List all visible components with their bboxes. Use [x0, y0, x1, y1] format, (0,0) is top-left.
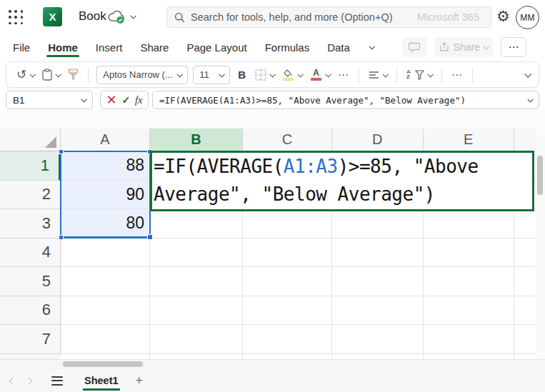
- cell-C7[interactable]: [243, 325, 332, 354]
- toolbar-overflow-button[interactable]: ⋯: [450, 67, 464, 83]
- ribbon-collapse-chevron-icon[interactable]: [524, 71, 531, 78]
- column-header-C[interactable]: C: [243, 129, 332, 151]
- column-header-B[interactable]: B: [150, 129, 243, 151]
- name-box[interactable]: B1: [6, 91, 93, 109]
- column-header-E[interactable]: E: [424, 129, 515, 151]
- cell-A2[interactable]: 90: [61, 181, 150, 210]
- cell-E4[interactable]: [424, 238, 515, 268]
- undo-chevron-icon[interactable]: [30, 71, 36, 77]
- cell-F7[interactable]: [514, 325, 536, 354]
- format-painter-button[interactable]: [66, 67, 80, 82]
- cell-edit-overlay[interactable]: =IF(AVERAGE(A1:A3)>=85, "Above Average",…: [150, 151, 534, 211]
- cell-partial[interactable]: [61, 354, 150, 360]
- row-header-6[interactable]: 6: [0, 296, 61, 326]
- cell-partial[interactable]: [514, 354, 536, 360]
- borders-chevron-icon[interactable]: [270, 71, 276, 77]
- settings-gear-icon[interactable]: ⚙: [496, 8, 510, 25]
- column-header-A[interactable]: A: [61, 129, 150, 151]
- cell-F6[interactable]: [514, 296, 536, 326]
- font-size-select[interactable]: 11: [193, 66, 230, 84]
- row-header-4[interactable]: 4: [0, 238, 61, 268]
- font-color-chevron-icon[interactable]: [326, 71, 331, 77]
- cell-D4[interactable]: [332, 238, 424, 268]
- cell-partial[interactable]: [332, 354, 424, 360]
- cell-F3[interactable]: [514, 209, 536, 238]
- alignment-chevron-icon[interactable]: [383, 71, 389, 77]
- sheet-tab-sheet1[interactable]: Sheet1: [83, 369, 120, 392]
- formula-bar-input[interactable]: =IF(AVERAGE(A1:A3)>=85, "Above Average",…: [152, 91, 539, 109]
- cell-A7[interactable]: [61, 325, 150, 354]
- app-launcher-icon[interactable]: [9, 10, 24, 25]
- search-bar[interactable]: Microsoft 365: [166, 6, 491, 28]
- document-title[interactable]: Book: [79, 9, 106, 24]
- cell-partial[interactable]: [150, 354, 243, 360]
- cell-B3[interactable]: [150, 209, 243, 238]
- cell-E6[interactable]: [424, 296, 515, 326]
- column-header-D[interactable]: D: [332, 129, 424, 151]
- more-tabs-chevron-icon[interactable]: [369, 44, 374, 49]
- row-header-3[interactable]: 3: [0, 209, 61, 238]
- tab-file[interactable]: File: [13, 34, 30, 60]
- cell-E3[interactable]: [424, 209, 515, 238]
- cell-E5[interactable]: [424, 267, 515, 296]
- cell-partial[interactable]: [243, 354, 332, 360]
- cell-A4[interactable]: [61, 238, 150, 268]
- excel-logo-icon[interactable]: X: [43, 7, 62, 26]
- tab-insert[interactable]: Insert: [96, 34, 123, 60]
- cell-D6[interactable]: [332, 296, 424, 326]
- cell-D3[interactable]: [332, 209, 424, 238]
- font-color-button[interactable]: A: [309, 67, 331, 82]
- share-button[interactable]: Share: [434, 37, 494, 57]
- cell-A5[interactable]: [61, 267, 150, 296]
- font-name-select[interactable]: Aptos Narrow (...: [96, 66, 188, 84]
- row-header-2[interactable]: 2: [0, 181, 61, 210]
- cell-A1[interactable]: 88: [61, 151, 150, 181]
- cell-D5[interactable]: [332, 267, 424, 296]
- fill-color-button[interactable]: [281, 67, 304, 82]
- cell-partial[interactable]: [424, 354, 515, 360]
- column-header-F[interactable]: [514, 129, 536, 151]
- search-input[interactable]: [191, 11, 426, 23]
- sort-filter-button[interactable]: AZ: [405, 69, 434, 81]
- cell-C6[interactable]: [243, 296, 332, 326]
- all-sheets-menu-icon[interactable]: [51, 376, 63, 386]
- next-sheet-chevron-icon[interactable]: [26, 377, 33, 384]
- previous-sheet-chevron-icon[interactable]: [9, 377, 16, 384]
- cell-B7[interactable]: [150, 325, 243, 354]
- formula-bar-expand-chevron-icon[interactable]: [527, 96, 533, 102]
- cell-C4[interactable]: [243, 238, 332, 268]
- cell-D7[interactable]: [332, 325, 424, 354]
- borders-button[interactable]: [254, 68, 276, 82]
- cancel-entry-icon[interactable]: ✕: [106, 94, 116, 106]
- row-header-5[interactable]: 5: [0, 267, 61, 296]
- vertical-scrollbar-thumb[interactable]: [537, 156, 543, 195]
- tab-page-layout[interactable]: Page Layout: [186, 34, 246, 60]
- paste-button[interactable]: [41, 67, 61, 82]
- tab-share[interactable]: Share: [140, 34, 169, 60]
- sort-filter-chevron-icon[interactable]: [427, 71, 433, 77]
- cell-A6[interactable]: [61, 296, 150, 326]
- paste-chevron-icon[interactable]: [56, 71, 61, 77]
- add-sheet-button[interactable]: +: [136, 373, 144, 388]
- fill-color-chevron-icon[interactable]: [298, 71, 304, 77]
- cell-B6[interactable]: [150, 296, 243, 326]
- horizontal-scrollbar-thumb[interactable]: [63, 361, 143, 367]
- font-group-overflow-button[interactable]: ⋯: [336, 67, 351, 83]
- account-avatar[interactable]: MM: [516, 6, 539, 29]
- bold-button[interactable]: B: [235, 69, 249, 81]
- cell-B4[interactable]: [150, 238, 243, 268]
- ribbon-more-options-button[interactable]: ⋯: [501, 37, 526, 57]
- confirm-entry-icon[interactable]: ✓: [121, 94, 130, 106]
- comments-button[interactable]: [402, 37, 426, 57]
- select-all-corner[interactable]: [0, 129, 61, 151]
- tab-data[interactable]: Data: [327, 34, 350, 60]
- undo-button[interactable]: ↺: [15, 66, 36, 84]
- cell-C3[interactable]: [243, 209, 332, 238]
- cell-A3[interactable]: 80: [61, 209, 150, 238]
- cell-B5[interactable]: [150, 267, 243, 296]
- alignment-button[interactable]: [367, 69, 389, 81]
- tab-formulas[interactable]: Formulas: [265, 34, 310, 60]
- tab-home[interactable]: Home: [48, 34, 78, 60]
- insert-function-icon[interactable]: fx: [135, 94, 142, 106]
- cell-F4[interactable]: [514, 238, 536, 268]
